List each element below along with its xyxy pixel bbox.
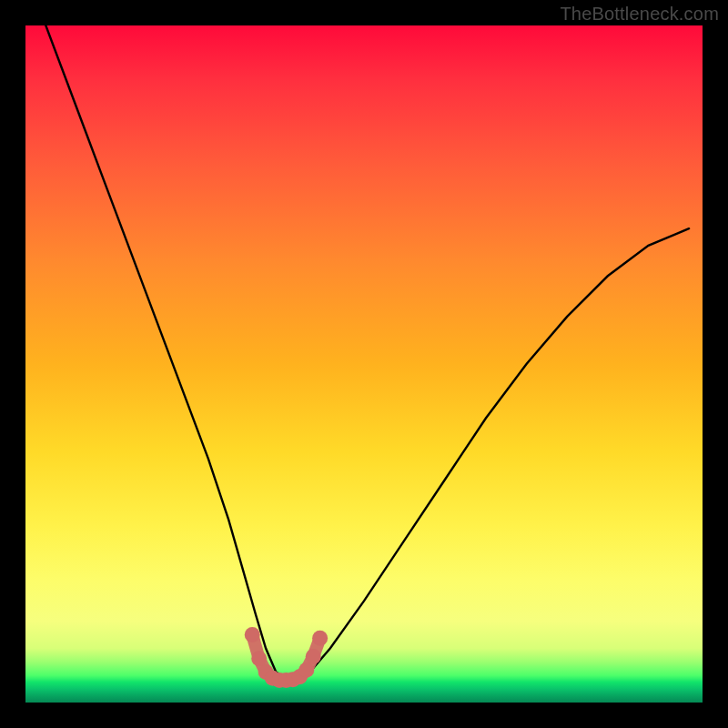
outer-frame: TheBottleneck.com	[0, 0, 728, 728]
trough-marker	[245, 627, 328, 688]
svg-point-9	[306, 649, 321, 664]
svg-point-10	[312, 631, 328, 646]
curve-layer	[25, 25, 703, 703]
svg-point-8	[298, 662, 314, 678]
svg-point-1	[251, 651, 267, 666]
watermark-text: TheBottleneck.com	[560, 4, 719, 25]
bottleneck-curve	[46, 25, 689, 679]
plot-area	[25, 25, 703, 703]
svg-point-0	[245, 627, 260, 642]
